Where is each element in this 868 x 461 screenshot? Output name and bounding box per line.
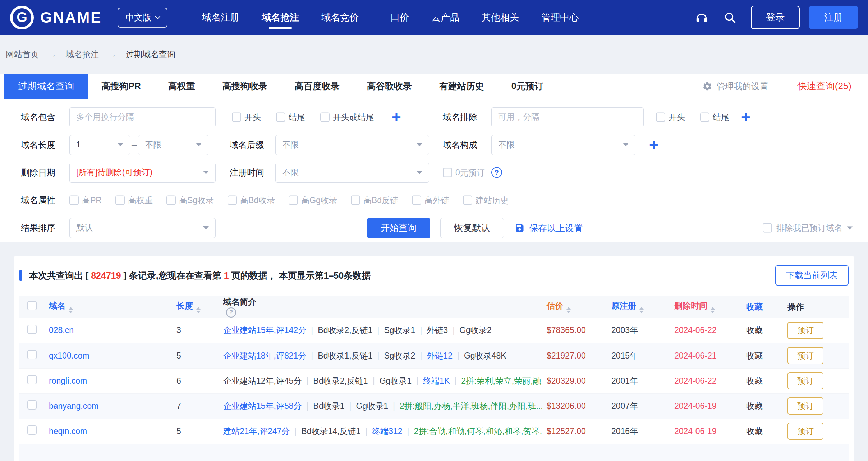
checkbox-option[interactable]: 开头 (232, 111, 261, 123)
nav-item[interactable]: 域名注册 (202, 0, 239, 35)
checkbox[interactable] (69, 196, 79, 205)
checkbox-option[interactable]: 高PR (69, 195, 102, 206)
column-header-label[interactable]: 原注册 (611, 301, 636, 310)
checkbox-option[interactable]: 高Bd反链 (351, 195, 398, 206)
nav-item[interactable]: 云产品 (431, 0, 459, 35)
customer-service-icon[interactable] (695, 11, 708, 24)
row-checkbox[interactable] (27, 400, 37, 410)
desc-segment[interactable]: 企业建站15年,评58分 (223, 401, 302, 411)
suffix-select[interactable]: 不限 (275, 135, 429, 155)
column-header-label[interactable]: 域名 (49, 301, 65, 310)
row-checkbox[interactable] (27, 375, 37, 384)
breadcrumb-item[interactable]: 域名抢注 (66, 49, 99, 60)
composition-select[interactable]: 不限 (491, 135, 635, 155)
zero-reserve-checkbox[interactable] (443, 168, 452, 177)
checkbox[interactable] (166, 196, 176, 205)
domain-link[interactable]: heqin.com (49, 426, 87, 436)
breadcrumb-item[interactable]: 网站首页 (6, 49, 39, 60)
row-checkbox[interactable] (27, 325, 37, 334)
sort-select[interactable]: 默认 (69, 218, 216, 238)
length-from-select[interactable]: 1 (69, 135, 130, 155)
favorite-link[interactable]: 收藏 (746, 426, 763, 436)
tab-item[interactable]: 0元预订 (498, 74, 557, 99)
save-settings-button[interactable]: 保存以上设置 (515, 222, 583, 234)
reset-button[interactable]: 恢复默认 (440, 218, 504, 238)
nav-item[interactable]: 管理中心 (541, 0, 579, 35)
sort-icon[interactable] (69, 307, 73, 313)
register-time-select[interactable]: 不限 (275, 163, 429, 183)
tab-item[interactable]: 高搜狗PR (88, 74, 155, 99)
sort-icon[interactable] (711, 307, 715, 313)
exclude-input[interactable] (491, 107, 644, 127)
checkbox-option[interactable]: 高Sg收录 (166, 195, 214, 206)
search-icon[interactable] (724, 11, 736, 24)
domain-link[interactable]: qx100.com (49, 351, 89, 360)
domain-link[interactable]: banyang.com (49, 401, 98, 411)
checkbox[interactable] (232, 113, 241, 122)
search-button[interactable]: 开始查询 (367, 218, 430, 238)
desc-segment[interactable]: 外链12 (427, 351, 453, 360)
nav-item[interactable]: 其他相关 (482, 0, 519, 35)
language-selector[interactable]: 中文版 (118, 8, 167, 28)
register-button[interactable]: 注册 (809, 6, 858, 29)
help-icon[interactable]: ? (226, 307, 236, 318)
sort-icon[interactable] (196, 307, 201, 313)
checkbox[interactable] (351, 196, 360, 205)
favorite-link[interactable]: 收藏 (746, 376, 763, 385)
checkbox-option[interactable]: 高Bd收录 (228, 195, 275, 206)
tab-item[interactable]: 高搜狗收录 (209, 74, 281, 99)
desc-segment[interactable]: 企业建站18年,评821分 (223, 351, 306, 360)
tab-item[interactable]: 有建站历史 (426, 74, 498, 99)
nav-item[interactable]: 域名竞价 (321, 0, 359, 35)
length-to-select[interactable]: 不限 (138, 135, 208, 155)
tab-item[interactable]: 高权重 (155, 74, 209, 99)
desc-segment[interactable]: 终端312 (372, 426, 402, 436)
checkbox-option[interactable]: 高Gg收录 (289, 195, 337, 206)
checkbox-option[interactable]: 结尾 (276, 111, 305, 123)
checkbox[interactable] (228, 196, 237, 205)
zero-reserve-option[interactable]: 0元预订 (443, 167, 485, 178)
reserve-button[interactable]: 预订 (787, 322, 823, 339)
checkbox-option[interactable]: 高权重 (115, 195, 153, 206)
add-exclude-button[interactable]: + (741, 109, 750, 125)
nav-item[interactable]: 域名抢注 (262, 0, 299, 35)
tab-item[interactable]: 高百度收录 (281, 74, 353, 99)
add-contain-button[interactable]: + (392, 109, 401, 125)
quick-query-button[interactable]: 快速查询(25) (781, 74, 868, 99)
reserve-button[interactable]: 预订 (787, 347, 823, 364)
checkbox[interactable] (115, 196, 125, 205)
reserve-button[interactable]: 预订 (787, 372, 823, 389)
checkbox[interactable] (276, 113, 285, 122)
sort-icon[interactable] (566, 307, 571, 313)
reserve-button[interactable]: 预订 (787, 397, 823, 415)
checkbox[interactable] (412, 196, 421, 205)
desc-segment[interactable]: 终端1K (423, 376, 450, 385)
checkbox-option[interactable]: 结尾 (700, 111, 729, 123)
breadcrumb-item[interactable]: 过期域名查询 (126, 49, 175, 60)
tab-item[interactable]: 高谷歌收录 (353, 74, 426, 99)
checkbox[interactable] (463, 196, 472, 205)
favorite-link[interactable]: 收藏 (746, 401, 763, 411)
reserve-button[interactable]: 预订 (787, 423, 823, 440)
column-header-label[interactable]: 删除时间 (674, 301, 707, 310)
favorite-link[interactable]: 收藏 (746, 325, 763, 335)
row-checkbox[interactable] (27, 350, 37, 359)
domain-link[interactable]: rongli.com (49, 376, 87, 385)
add-composition-button[interactable]: + (649, 137, 658, 153)
checkbox-option[interactable]: 建站历史 (463, 195, 509, 206)
brand-logo[interactable]: G GNAME (10, 6, 102, 29)
sort-icon[interactable] (639, 307, 644, 313)
desc-segment[interactable]: 企业建站15年,评142分 (223, 325, 306, 335)
checkbox-option[interactable]: 开头 (656, 111, 685, 123)
login-button[interactable]: 登录 (751, 6, 800, 29)
desc-segment[interactable]: 建站21年,评247分 (223, 426, 290, 436)
checkbox-option[interactable]: 高外链 (412, 195, 449, 206)
exclude-reserved-checkbox[interactable] (763, 223, 772, 233)
contain-input[interactable] (69, 107, 216, 127)
checkbox-option[interactable]: 开头或结尾 (320, 111, 374, 123)
row-checkbox[interactable] (27, 425, 37, 435)
tab-item[interactable]: 过期域名查询 (4, 74, 88, 99)
domain-link[interactable]: 028.cn (49, 325, 74, 335)
column-header-label[interactable]: 长度 (176, 301, 193, 310)
nav-item[interactable]: 一口价 (381, 0, 409, 35)
